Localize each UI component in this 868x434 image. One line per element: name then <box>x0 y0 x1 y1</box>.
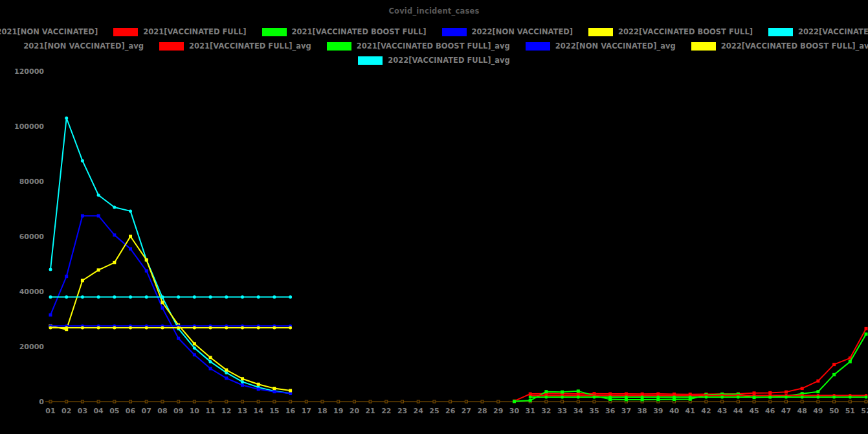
series-line <box>50 216 291 393</box>
series-marker <box>209 360 212 363</box>
series-marker <box>145 258 148 262</box>
x-axis-tick-label: 01 <box>45 407 55 415</box>
series-marker <box>816 395 819 398</box>
series-marker <box>257 295 260 299</box>
x-axis-tick-label: 14 <box>254 407 264 415</box>
series-marker <box>816 380 819 383</box>
series-marker <box>577 389 580 393</box>
y-axis-tick-label: 120000 <box>14 67 44 76</box>
x-axis-week-marker <box>785 400 787 403</box>
x-axis-tick-label: 49 <box>813 407 823 415</box>
series-marker <box>177 295 180 299</box>
x-axis-tick-label: 15 <box>269 407 279 415</box>
series-marker <box>113 233 116 236</box>
y-axis-tick-label: 100000 <box>14 122 44 131</box>
x-axis-tick-label: 19 <box>333 407 343 415</box>
series-marker <box>97 268 100 271</box>
series-marker <box>193 342 196 345</box>
x-axis-week-marker <box>593 400 595 403</box>
series-marker <box>193 353 196 356</box>
series-marker <box>97 326 100 330</box>
x-axis-week-marker <box>561 400 564 403</box>
series-marker <box>753 395 756 398</box>
x-axis-tick-label: 35 <box>589 407 599 415</box>
series-marker <box>241 377 244 380</box>
series-marker <box>97 194 100 197</box>
series-marker <box>849 360 852 363</box>
series-marker <box>768 395 772 398</box>
series-marker <box>865 395 868 398</box>
x-axis-tick-label: 10 <box>190 407 200 415</box>
x-axis-tick-label: 11 <box>205 407 215 415</box>
series-marker <box>113 295 116 299</box>
series-marker <box>129 235 132 238</box>
x-axis-week-marker <box>401 400 404 403</box>
x-axis-week-marker <box>481 400 484 403</box>
series-marker <box>81 295 84 299</box>
series-marker <box>209 295 212 299</box>
x-axis-week-marker <box>865 400 867 403</box>
series-marker <box>209 367 212 371</box>
x-axis-tick-label: 37 <box>621 407 631 415</box>
series-marker <box>641 395 644 398</box>
y-axis-tick-label: 40000 <box>19 288 45 296</box>
series-marker <box>529 395 532 398</box>
x-axis-week-marker <box>337 400 340 403</box>
series-marker <box>225 369 228 372</box>
series-marker <box>289 326 292 330</box>
series-marker <box>81 279 84 282</box>
x-axis-week-marker <box>545 400 548 403</box>
series-marker <box>832 373 836 376</box>
series-marker <box>577 395 580 398</box>
series-2022-vaccinated-full-avg <box>49 295 293 299</box>
x-axis-week-marker <box>49 400 52 403</box>
x-axis-week-marker <box>769 400 772 403</box>
x-axis-tick-label: 29 <box>493 407 503 415</box>
series-marker <box>257 387 260 391</box>
x-axis-week-marker <box>417 400 419 403</box>
series-line <box>50 118 291 393</box>
x-axis-week-marker <box>113 400 116 403</box>
x-axis-week-marker <box>129 400 132 403</box>
series-marker <box>225 376 228 380</box>
series-marker <box>225 295 228 299</box>
x-axis-week-marker <box>801 400 803 403</box>
series-marker <box>129 247 132 251</box>
series-marker <box>65 326 68 330</box>
x-axis-tick-label: 26 <box>445 407 456 415</box>
x-axis-tick-label: 39 <box>653 407 663 415</box>
series-marker <box>561 395 564 398</box>
x-axis-tick-label: 06 <box>126 407 136 415</box>
x-axis-week-marker <box>321 400 324 403</box>
x-axis-tick-label: 33 <box>557 407 567 415</box>
x-axis-week-marker <box>849 400 851 403</box>
x-axis-week-marker <box>385 400 388 403</box>
series-marker <box>209 356 212 360</box>
series-marker <box>816 390 819 393</box>
series-marker <box>801 395 804 398</box>
x-axis-week-marker <box>65 400 68 403</box>
series-marker <box>209 326 212 330</box>
series-marker <box>625 395 628 398</box>
x-axis-week-marker <box>161 400 164 403</box>
x-axis-tick-label: 03 <box>78 407 87 415</box>
x-axis-tick-label: 22 <box>381 407 391 415</box>
x-axis-tick-label: 34 <box>573 407 584 415</box>
series-marker <box>97 214 100 218</box>
series-marker <box>785 391 788 394</box>
x-axis-week-marker <box>257 400 260 403</box>
x-axis-tick-label: 48 <box>797 407 807 415</box>
x-axis-tick-label: 50 <box>829 407 840 415</box>
series-marker <box>737 395 740 398</box>
x-axis-week-marker <box>193 400 195 403</box>
series-marker <box>241 383 244 387</box>
x-axis-tick-label: 09 <box>173 407 183 415</box>
series-marker <box>49 295 52 299</box>
x-axis-tick-label: 04 <box>93 407 104 415</box>
series-marker <box>49 268 52 271</box>
series-marker <box>145 295 148 299</box>
x-axis-week-marker <box>177 400 180 403</box>
x-axis-tick-label: 08 <box>157 407 167 415</box>
x-axis-week-marker <box>241 400 243 403</box>
x-axis-tick-label: 32 <box>541 407 551 415</box>
